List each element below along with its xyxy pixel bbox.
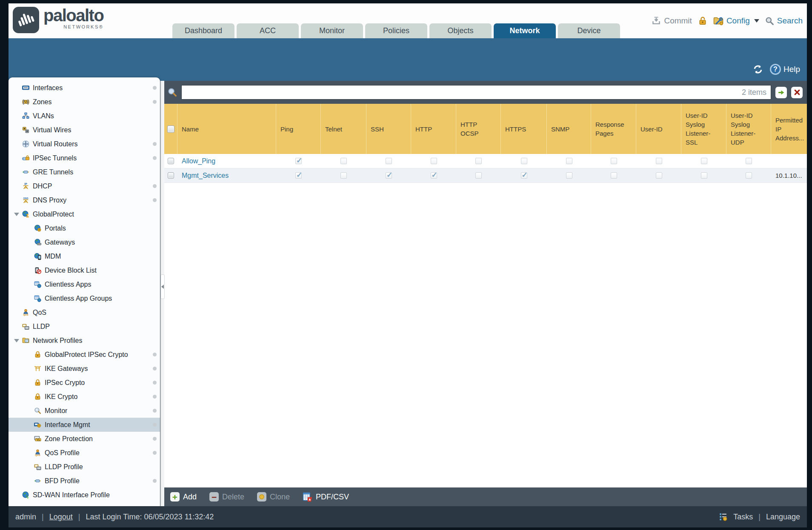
tab-monitor[interactable]: Monitor — [301, 23, 363, 38]
pdf-csv-icon — [303, 492, 312, 502]
sidebar-item-sd-wan-interface-profile[interactable]: SD-WAN Interface Profile — [9, 488, 160, 502]
sidebar-item-interfaces[interactable]: Interfaces — [9, 81, 160, 95]
brand-subtext: NETWORKS® — [63, 24, 103, 29]
tasks-button[interactable]: Tasks — [733, 513, 753, 521]
sidebar-item-dhcp[interactable]: IPDHCP — [9, 179, 160, 193]
lock-icon — [34, 393, 41, 400]
tab-dashboard[interactable]: Dashboard — [172, 23, 234, 38]
column-label: User-ID Syslog Listener-UDP — [731, 111, 764, 147]
sidebar-item-bfd-profile[interactable]: BFD Profile — [9, 474, 160, 488]
sidebar-item-qos-profile[interactable]: QoSQoS Profile — [9, 446, 160, 460]
add-label: Add — [183, 493, 197, 502]
clone-button[interactable]: Clone — [257, 492, 290, 502]
column-header-response-pages[interactable]: Response Pages — [591, 104, 636, 154]
row-checkbox[interactable] — [168, 158, 174, 164]
sidebar-item-interface-mgmt[interactable]: Interface Mgmt — [9, 418, 160, 432]
pdf-csv-button[interactable]: PDF/CSV — [303, 492, 349, 502]
tab-network[interactable]: Network — [494, 23, 556, 38]
telnet-unchecked-checkbox — [340, 172, 347, 179]
sidebar-item-clientless-app-groups[interactable]: 3Clientless App Groups — [9, 291, 160, 305]
sidebar-item-label: LLDP Profile — [45, 463, 83, 471]
sidebar-item-portals[interactable]: Portals — [9, 221, 160, 235]
help-button[interactable]: ? Help — [770, 64, 800, 75]
caret-down-icon[interactable] — [14, 339, 19, 342]
sidebar-item-ipsec-crypto[interactable]: IPSec Crypto — [9, 376, 160, 390]
sidebar-item-zone-protection[interactable]: Zone Protection — [9, 432, 160, 446]
delete-button[interactable]: − Delete — [209, 492, 244, 502]
sidebar-item-label: LLDP — [33, 323, 50, 331]
profile-link-allow-ping[interactable]: Allow_Ping — [182, 157, 215, 165]
sidebar-item-globalprotect[interactable]: GlobalProtect — [9, 207, 160, 221]
sidebar-item-gateways[interactable]: Gateways — [9, 235, 160, 249]
sidebar-item-globalprotect-ipsec-crypto[interactable]: GlobalProtect IPSec Crypto — [9, 348, 160, 362]
sidebar-item-lldp-profile[interactable]: LLDP Profile — [9, 460, 160, 474]
uid_syslog_ssl-unchecked-checkbox — [701, 158, 707, 164]
sidebar-item-clientless-apps[interactable]: Clientless Apps — [9, 277, 160, 291]
sidebar-item-label: IPSec Tunnels — [33, 154, 77, 162]
tab-policies[interactable]: Policies — [365, 23, 427, 38]
search-menu[interactable]: Search — [765, 16, 803, 26]
sidebar-item-zones[interactable]: Zones — [9, 95, 160, 109]
clear-filter-button[interactable] — [791, 87, 803, 98]
refresh-icon[interactable] — [753, 64, 763, 74]
green-arrow-icon — [778, 89, 785, 96]
sidebar-item-device-block-list[interactable]: Device Block List — [9, 263, 160, 277]
add-button[interactable]: + Add — [170, 492, 197, 502]
sidebar-item-label: IKE Crypto — [45, 393, 77, 401]
column-header-ssh[interactable]: SSH — [366, 104, 411, 154]
column-header-http[interactable]: HTTP — [411, 104, 456, 154]
sidebar-item-virtual-routers[interactable]: Virtual Routers — [9, 137, 160, 151]
caret-down-icon[interactable] — [14, 213, 19, 216]
column-header-user-id-syslog-listener-ssl[interactable]: User-ID Syslog Listener-SSL — [681, 104, 726, 154]
sidebar-splitter[interactable] — [160, 81, 164, 506]
svg-text:QoS: QoS — [23, 313, 28, 316]
column-header-user-id-syslog-listener-udp[interactable]: User-ID Syslog Listener-UDP — [726, 104, 771, 154]
sidebar-collapse-handle[interactable] — [160, 274, 165, 299]
config-menu[interactable]: Config — [713, 16, 759, 26]
filter-input[interactable] — [182, 85, 742, 99]
chevron-down-icon — [754, 19, 759, 23]
column-header-user-id[interactable]: User-ID — [636, 104, 681, 154]
tab-objects[interactable]: Objects — [429, 23, 492, 38]
logout-link[interactable]: Logout — [49, 513, 73, 521]
footer-separator: | — [42, 513, 44, 521]
column-header-permitted-ip-address[interactable]: Permitted IP Address... — [771, 104, 809, 154]
column-header-snmp[interactable]: SNMP — [547, 104, 591, 154]
sidebar-item-gre-tunnels[interactable]: GRE Tunnels — [9, 165, 160, 179]
item-dot — [153, 381, 157, 385]
lock-icon[interactable] — [698, 16, 707, 26]
sidebar-item-network-profiles[interactable]: Network Profiles — [9, 333, 160, 348]
language-button[interactable]: Language — [766, 513, 800, 521]
row-checkbox[interactable] — [168, 172, 174, 179]
apply-filter-button[interactable] — [775, 87, 787, 98]
item-dot — [153, 86, 157, 90]
column-header-telnet[interactable]: Telnet — [321, 104, 366, 154]
sidebar-item-virtual-wires[interactable]: Virtual Wires — [9, 123, 160, 137]
body: InterfacesZonesVLANsVirtual WiresVirtual… — [9, 81, 807, 506]
sidebar-item-monitor[interactable]: Monitor — [9, 404, 160, 418]
select-all-checkbox[interactable] — [167, 125, 174, 133]
ssh-unchecked-checkbox — [386, 158, 392, 164]
sidebar-item-vlans[interactable]: VLANs — [9, 109, 160, 123]
sidebar-item-ike-gateways[interactable]: IKE Gateways — [9, 362, 160, 376]
sidebar-item-mdm[interactable]: MDM — [9, 249, 160, 263]
column-header-name[interactable]: Name — [177, 104, 276, 154]
sidebar-item-label: Device Block List — [45, 267, 97, 274]
item-dot — [153, 367, 157, 370]
sidebar-item-lldp[interactable]: LLDP — [9, 319, 160, 333]
sidebar-item-ipsec-tunnels[interactable]: IPSec Tunnels — [9, 151, 160, 165]
tab-acc[interactable]: ACC — [237, 23, 299, 38]
telnet-cell — [321, 168, 366, 182]
sidebar-item-dns-proxy[interactable]: DNSDNS Proxy — [9, 193, 160, 207]
interfaces-icon — [22, 84, 29, 91]
table-empty-area — [164, 183, 807, 487]
sidebar-item-ike-crypto[interactable]: IKE Crypto — [9, 390, 160, 404]
column-header-http-ocsp[interactable]: HTTP OCSP — [456, 104, 501, 154]
column-header-https[interactable]: HTTPS — [501, 104, 547, 154]
name-cell: Allow_Ping — [177, 154, 276, 168]
column-header-ping[interactable]: Ping — [276, 104, 321, 154]
commit-button[interactable]: Commit — [652, 16, 692, 26]
tab-device[interactable]: Device — [558, 23, 620, 38]
profile-link-mgmt-services[interactable]: Mgmt_Services — [182, 172, 229, 180]
sidebar-item-qos[interactable]: QoSQoS — [9, 305, 160, 319]
